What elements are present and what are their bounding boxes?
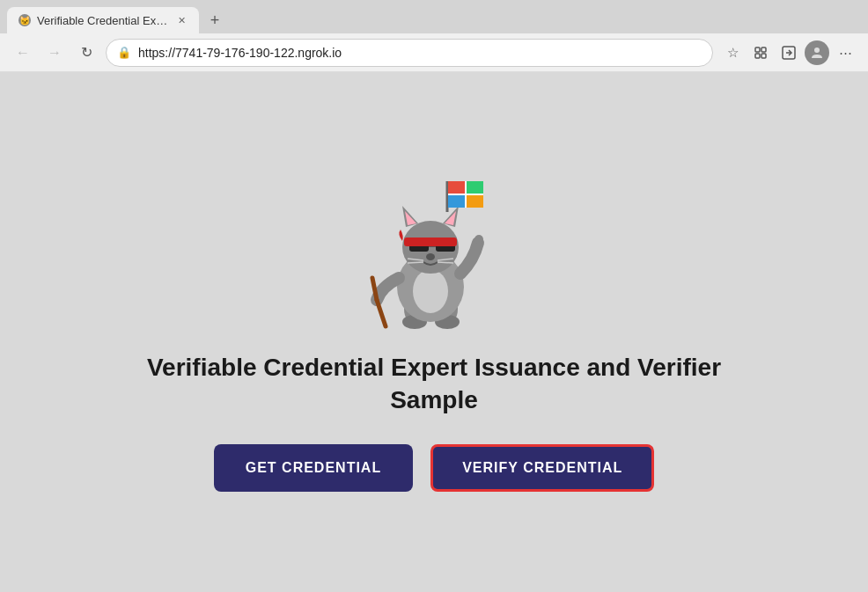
- svg-rect-3: [761, 48, 766, 52]
- lock-icon: 🔒: [117, 46, 131, 59]
- svg-rect-4: [755, 54, 760, 58]
- svg-rect-31: [404, 238, 457, 246]
- svg-point-14: [413, 269, 448, 313]
- url-text: https://7741-79-176-190-122.ngrok.io: [138, 46, 702, 60]
- svg-text:🐱: 🐱: [19, 15, 31, 26]
- mascot-image: [364, 172, 504, 334]
- svg-point-8: [814, 48, 820, 53]
- address-bar[interactable]: 🔒 https://7741-79-176-190-122.ngrok.io: [106, 39, 713, 67]
- svg-rect-33: [448, 181, 466, 194]
- page-title: Verifiable Credential Expert Issuance an…: [147, 352, 721, 416]
- svg-point-15: [474, 235, 483, 244]
- get-credential-button[interactable]: GET CREDENTIAL: [214, 444, 413, 492]
- forward-button[interactable]: →: [42, 40, 67, 65]
- browser-chrome: 🐱 Verifiable Credential Expert Cl... ✕ +…: [0, 0, 868, 72]
- tab-close-button[interactable]: ✕: [174, 13, 188, 27]
- svg-rect-34: [466, 181, 483, 194]
- svg-line-30: [438, 262, 453, 263]
- profile-button[interactable]: [805, 40, 829, 65]
- tab-bar: 🐱 Verifiable Credential Expert Cl... ✕ +: [0, 0, 868, 33]
- buttons-row: GET CREDENTIAL VERIFY CREDENTIAL: [214, 444, 655, 492]
- svg-rect-35: [448, 194, 466, 208]
- reload-button[interactable]: ↻: [74, 40, 99, 65]
- favorites-button[interactable]: ☆: [720, 40, 745, 65]
- active-tab[interactable]: 🐱 Verifiable Credential Expert Cl... ✕: [7, 7, 199, 33]
- svg-point-26: [426, 253, 435, 260]
- verify-credential-button[interactable]: VERIFY CREDENTIAL: [430, 444, 654, 492]
- collections-button[interactable]: [748, 40, 773, 65]
- nav-right-icons: ☆: [720, 40, 857, 65]
- new-tab-button[interactable]: +: [202, 8, 227, 33]
- nav-bar: ← → ↻ 🔒 https://7741-79-176-190-122.ngro…: [0, 33, 868, 72]
- svg-rect-36: [466, 194, 483, 208]
- back-button[interactable]: ←: [11, 40, 35, 65]
- svg-line-28: [408, 262, 423, 263]
- more-button[interactable]: ⋯: [833, 40, 857, 65]
- page-content: Verifiable Credential Expert Issuance an…: [0, 72, 868, 592]
- tab-favicon: 🐱: [18, 13, 32, 27]
- share-button[interactable]: [776, 40, 801, 65]
- svg-rect-5: [761, 54, 766, 58]
- tab-title: Verifiable Credential Expert Cl...: [37, 14, 169, 27]
- svg-rect-2: [755, 48, 760, 52]
